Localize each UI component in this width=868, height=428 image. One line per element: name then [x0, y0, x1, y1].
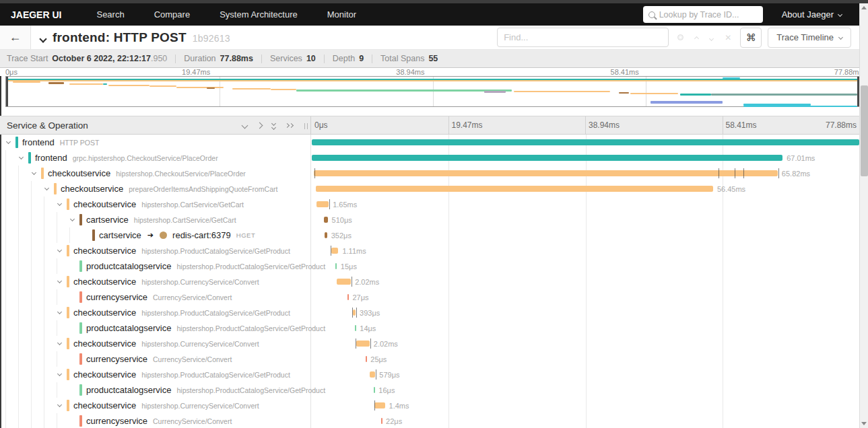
span-bar[interactable]: [353, 310, 356, 316]
minimap-range-handle-right[interactable]: [857, 77, 859, 106]
span-bar[interactable]: [331, 248, 339, 254]
span-expand-chevron-icon[interactable]: [6, 139, 11, 144]
about-jaeger-menu[interactable]: About Jaeger: [782, 9, 842, 20]
span-tree-row[interactable]: checkoutservicehipstershop.CheckoutServi…: [1, 166, 310, 181]
span-tree-row[interactable]: productcatalogservicehipstershop.Product…: [1, 258, 310, 274]
span-tree-row[interactable]: checkoutservicehipstershop.ProductCatalo…: [1, 305, 310, 320]
expand-all-icon[interactable]: [286, 124, 293, 127]
span-expand-chevron-icon[interactable]: [57, 402, 62, 407]
span-tree-row[interactable]: productcatalogservicehipstershop.Product…: [1, 320, 310, 336]
minimap-tick-label: 58.41ms: [611, 68, 639, 76]
clear-search-icon[interactable]: ✕: [725, 33, 731, 42]
span-tree-row[interactable]: currencyserviceCurrencyService/Convert: [1, 289, 310, 305]
span-bar[interactable]: [355, 325, 356, 331]
span-timeline-row[interactable]: 1.11ms: [312, 243, 859, 258]
span-timeline-row[interactable]: 352μs: [312, 227, 859, 243]
span-timeline-row[interactable]: 579μs: [312, 367, 859, 382]
span-timeline-row[interactable]: 27μs: [312, 289, 859, 305]
span-timeline-row[interactable]: 67.01ms: [312, 150, 859, 166]
span-timeline-row[interactable]: 16μs: [312, 382, 859, 398]
span-bar[interactable]: [381, 418, 382, 424]
span-expand-chevron-icon[interactable]: [57, 310, 62, 314]
span-tree-row[interactable]: checkoutservicehipstershop.CurrencyServi…: [1, 336, 310, 351]
span-timeline-row[interactable]: 22μs: [312, 413, 859, 428]
span-tree-row[interactable]: frontendHTTP POST: [1, 135, 310, 150]
span-timeline-row[interactable]: [312, 135, 859, 150]
span-bar[interactable]: [312, 139, 859, 145]
tree-indent-guide: [5, 197, 6, 212]
scroll-up-arrow[interactable]: [860, 3, 868, 12]
span-timeline-row[interactable]: 1.4ms: [312, 398, 859, 413]
span-bar[interactable]: [316, 201, 329, 207]
span-bar[interactable]: [374, 402, 385, 408]
span-tree-row[interactable]: checkoutservicehipstershop.CurrencyServi…: [1, 398, 310, 413]
span-tree-row[interactable]: currencyserviceCurrencyService/Convert: [1, 413, 310, 428]
span-bar[interactable]: [370, 371, 375, 378]
span-timeline-row[interactable]: 25μs: [312, 351, 859, 367]
span-bar[interactable]: [314, 170, 778, 176]
vertical-scrollbar[interactable]: [859, 3, 868, 428]
span-bar[interactable]: [356, 341, 370, 347]
span-expand-chevron-icon[interactable]: [57, 201, 62, 206]
nav-item-system-architecture[interactable]: System Architecture: [205, 3, 312, 26]
span-tree-row[interactable]: cartservicehipstershop.CartService/GetCa…: [1, 212, 310, 227]
span-tree-row[interactable]: currencyserviceCurrencyService/Convert: [1, 351, 310, 367]
span-timeline-row[interactable]: 2.02ms: [312, 274, 859, 289]
span-tree-row[interactable]: frontendgrpc.hipstershop.CheckoutService…: [1, 150, 310, 166]
span-tree-row[interactable]: checkoutserviceprepareOrderItemsAndShipp…: [1, 181, 310, 197]
trace-lookup-input[interactable]: [659, 10, 758, 20]
span-bar[interactable]: [312, 155, 782, 161]
nav-item-monitor[interactable]: Monitor: [312, 3, 371, 26]
minimap-range-handle-left[interactable]: [6, 77, 8, 106]
span-timeline-row[interactable]: 56.45ms: [312, 181, 859, 197]
span-bar[interactable]: [325, 232, 327, 238]
next-match-icon[interactable]: [709, 36, 714, 41]
span-timeline-row[interactable]: 14μs: [312, 320, 859, 336]
span-tree-row[interactable]: productcatalogservicehipstershop.Product…: [1, 382, 310, 398]
span-bar[interactable]: [347, 294, 349, 300]
span-timeline-row[interactable]: 393μs: [312, 305, 859, 320]
spans-panel: 67.01ms65.82ms56.45ms1.65ms510μs352μs1.1…: [312, 135, 859, 428]
span-expand-chevron-icon[interactable]: [57, 371, 62, 376]
span-bar[interactable]: [335, 263, 337, 269]
span-bar[interactable]: [374, 387, 375, 393]
span-expand-chevron-icon[interactable]: [70, 217, 75, 221]
trace-collapse-chevron-icon[interactable]: [39, 35, 46, 42]
span-bar[interactable]: [337, 279, 351, 285]
nav-item-search[interactable]: Search: [81, 3, 139, 26]
span-bar[interactable]: [366, 356, 367, 362]
span-timeline-row[interactable]: 15μs: [312, 258, 859, 274]
span-tree-row[interactable]: checkoutservicehipstershop.CartService/G…: [1, 197, 310, 212]
span-timeline-row[interactable]: 65.82ms: [312, 166, 859, 181]
span-expand-chevron-icon[interactable]: [57, 341, 62, 345]
span-timeline-row[interactable]: 2.02ms: [312, 336, 859, 351]
collapse-one-icon[interactable]: [242, 123, 247, 128]
brand-logo[interactable]: JAEGER UI: [11, 9, 61, 20]
column-resize-grip[interactable]: [304, 123, 308, 129]
span-expand-chevron-icon[interactable]: [44, 186, 49, 190]
span-bar[interactable]: [316, 186, 713, 192]
collapse-all-icon[interactable]: [272, 122, 275, 129]
span-timeline-row[interactable]: 1.65ms: [312, 197, 859, 212]
match-target-icon[interactable]: [677, 34, 683, 40]
scroll-down-arrow[interactable]: [860, 419, 868, 428]
scrollbar-thumb[interactable]: [861, 85, 868, 176]
span-expand-chevron-icon[interactable]: [32, 170, 36, 175]
keyboard-shortcuts-button[interactable]: ⌘: [740, 28, 762, 48]
nav-item-compare[interactable]: Compare: [139, 3, 205, 26]
span-tree-row[interactable]: checkoutservicehipstershop.CurrencyServi…: [1, 274, 310, 289]
span-timeline-row[interactable]: 510μs: [312, 212, 859, 227]
span-expand-chevron-icon[interactable]: [57, 279, 62, 283]
find-input[interactable]: [497, 28, 669, 47]
span-expand-chevron-icon[interactable]: [57, 248, 62, 252]
span-bar[interactable]: [324, 217, 328, 223]
span-tree-row[interactable]: checkoutservicehipstershop.ProductCatalo…: [1, 243, 310, 258]
prev-match-icon[interactable]: [694, 36, 699, 41]
span-expand-chevron-icon[interactable]: [19, 155, 24, 159]
span-tree-row[interactable]: checkoutservicehipstershop.ProductCatalo…: [1, 367, 310, 382]
trace-minimap[interactable]: [5, 76, 860, 107]
expand-one-icon[interactable]: [257, 123, 262, 128]
span-tree-row[interactable]: cartservice➔redis-cart:6379HGET: [1, 227, 310, 243]
back-button[interactable]: ←: [0, 26, 31, 49]
trace-view-selector[interactable]: Trace Timeline: [768, 28, 851, 48]
